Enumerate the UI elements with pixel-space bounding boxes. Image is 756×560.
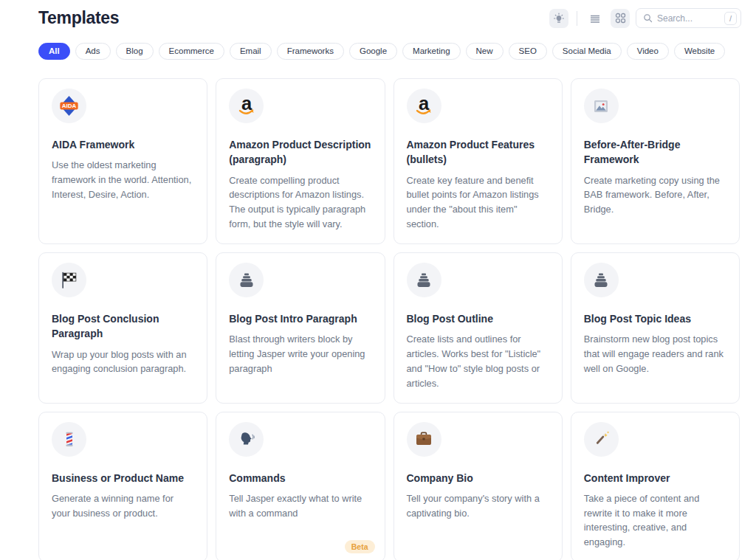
template-card-title: Amazon Product Description (paragraph)	[229, 137, 371, 167]
list-view-button[interactable]	[585, 9, 605, 28]
template-card-description: Create compelling product descriptions f…	[229, 173, 371, 232]
template-card[interactable]: Blog Post Conclusion Paragraph Wrap up y…	[38, 252, 207, 404]
beta-badge: Beta	[345, 540, 375, 553]
template-card-title: Blog Post Topic Ideas	[584, 311, 726, 326]
template-card-title: Blog Post Intro Paragraph	[229, 311, 371, 326]
template-card[interactable]: Content Improver Take a piece of content…	[571, 412, 740, 560]
page-header: Templates /	[0, 0, 756, 28]
filter-pills: AllAdsBlogEcommerceEmailFrameworksGoogle…	[38, 43, 741, 60]
template-icon-circle	[407, 263, 441, 297]
toolbar-divider	[577, 11, 577, 26]
template-card[interactable]: AIDA AIDA Framework Use the oldest marke…	[38, 78, 207, 244]
template-card-title: Content Improver	[584, 471, 726, 485]
tips-button[interactable]	[549, 9, 568, 28]
template-card-description: Blast through writers block by letting J…	[229, 332, 371, 376]
template-card-description: Create marketing copy using the BAB fram…	[584, 173, 726, 217]
toolbar: /	[549, 8, 741, 28]
template-icon-circle	[52, 263, 86, 297]
template-icon-circle: AIDA	[52, 89, 86, 123]
search-box[interactable]: /	[636, 8, 741, 28]
filter-pill-google[interactable]: Google	[349, 43, 397, 60]
filter-pill-all[interactable]: All	[38, 43, 70, 60]
list-view-icon	[589, 13, 601, 24]
template-card-description: Use the oldest marketing framework in th…	[52, 158, 194, 201]
filter-pill-video[interactable]: Video	[627, 43, 669, 60]
template-card[interactable]: Commands Tell Jasper exactly what to wri…	[216, 412, 385, 560]
filter-pill-ads[interactable]: Ads	[75, 43, 111, 60]
template-card-description: Take a piece of content and rewrite it t…	[584, 491, 726, 550]
framed-picture-icon	[594, 99, 608, 114]
template-card-description: Create lists and outlines for articles. …	[407, 332, 549, 390]
template-card-description: Tell Jasper exactly what to write with a…	[229, 491, 371, 521]
barber-pole-icon	[61, 430, 78, 449]
filter-pill-new[interactable]: New	[466, 43, 504, 60]
template-card[interactable]: Blog Post Outline Create lists and outli…	[394, 252, 563, 404]
template-icon-circle: a	[407, 89, 441, 123]
aida-logo-icon: AIDA	[58, 94, 80, 117]
template-card-title: Company Bio	[407, 471, 549, 485]
template-icon-circle	[584, 422, 619, 457]
template-grid: AIDA AIDA Framework Use the oldest marke…	[38, 78, 740, 560]
svg-text:AIDA: AIDA	[62, 103, 77, 109]
filter-pill-frameworks[interactable]: Frameworks	[277, 43, 344, 60]
search-shortcut-badge: /	[724, 12, 737, 25]
grid-view-icon	[615, 13, 626, 24]
magic-wand-icon	[592, 430, 610, 448]
filter-pill-ecommerce[interactable]: Ecommerce	[159, 43, 224, 60]
template-card[interactable]: Before-After-Bridge Framework Create mar…	[571, 78, 740, 244]
filter-pill-blog[interactable]: Blog	[116, 43, 154, 60]
amazon-logo-icon: a	[411, 94, 436, 119]
filter-pill-website[interactable]: Website	[674, 43, 725, 60]
template-icon-circle: a	[229, 89, 264, 123]
template-card[interactable]: a Amazon Product Features (bullets) Crea…	[394, 78, 563, 244]
typewriter-icon	[237, 270, 256, 289]
template-icon-circle	[584, 263, 619, 297]
search-icon	[643, 13, 653, 23]
template-card-description: Brainstorm new blog post topics that wil…	[584, 332, 726, 376]
template-card[interactable]: Blog Post Intro Paragraph Blast through …	[216, 252, 385, 404]
lightbulb-icon	[553, 13, 565, 24]
briefcase-icon	[415, 430, 433, 448]
template-card-description: Generate a winning name for your busines…	[52, 491, 194, 521]
template-card-title: Business or Product Name	[52, 471, 194, 485]
template-card-description: Tell your company's story with a captiva…	[407, 491, 549, 521]
search-input[interactable]	[657, 13, 720, 24]
template-icon-circle	[229, 422, 264, 457]
template-card-description: Create key feature and benefit bullet po…	[407, 173, 549, 232]
template-card[interactable]: Blog Post Topic Ideas Brainstorm new blo…	[571, 252, 740, 404]
amazon-logo-icon: a	[234, 94, 259, 119]
template-card-title: Before-After-Bridge Framework	[584, 137, 726, 167]
filter-pill-email[interactable]: Email	[230, 43, 272, 60]
typewriter-icon	[414, 270, 433, 289]
page-title: Templates	[38, 8, 119, 28]
template-card[interactable]: Company Bio Tell your company's story wi…	[394, 412, 563, 560]
typewriter-icon	[591, 270, 611, 289]
template-card-title: Blog Post Outline	[407, 311, 549, 326]
template-card-title: Blog Post Conclusion Paragraph	[52, 311, 194, 342]
template-card-title: Commands	[229, 471, 371, 485]
template-icon-circle	[584, 89, 619, 123]
template-card-description: Wrap up your blog posts with an engaging…	[52, 348, 194, 377]
template-card-title: Amazon Product Features (bullets)	[407, 137, 549, 167]
filter-pill-seo[interactable]: SEO	[509, 43, 547, 60]
template-icon-circle	[229, 263, 264, 297]
template-card[interactable]: Business or Product Name Generate a winn…	[38, 412, 207, 560]
template-card-title: AIDA Framework	[52, 137, 194, 152]
template-icon-circle	[52, 422, 86, 457]
checkered-flag-icon	[60, 271, 78, 289]
template-card[interactable]: a Amazon Product Description (paragraph)…	[216, 78, 385, 244]
speaking-head-icon	[237, 429, 256, 449]
grid-view-button[interactable]	[611, 9, 630, 28]
template-icon-circle	[407, 422, 441, 457]
filter-pill-social-media[interactable]: Social Media	[552, 43, 622, 60]
filter-pill-marketing[interactable]: Marketing	[402, 43, 461, 60]
